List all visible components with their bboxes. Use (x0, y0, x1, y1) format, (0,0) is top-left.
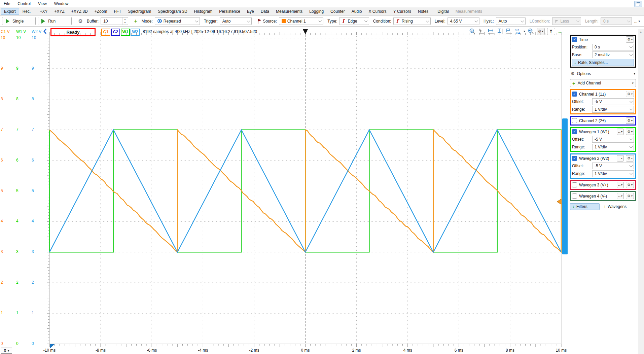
scroll-up-icon[interactable]: ▲ (639, 30, 642, 34)
group-channel-1-1-offset-combo[interactable]: -5 V (592, 98, 634, 105)
group-channel-1-1-settings-button[interactable]: ⚙▾ (626, 91, 634, 97)
spinner-arrows-icon[interactable]: ▲▼ (122, 17, 128, 25)
zoom-fit-icon[interactable]: 1 (469, 28, 476, 35)
tab-data[interactable]: Data (257, 8, 273, 15)
group-wavegen-4-v-mode-button[interactable]: --▾ (617, 193, 624, 199)
channel-badge-c1[interactable]: C1 (101, 29, 110, 36)
run-button[interactable]: Run (38, 17, 71, 25)
group-wavegen-1-w1-mode-button[interactable]: --▾ (617, 129, 624, 135)
tab-xy[interactable]: +XY (36, 8, 51, 15)
group-channel-2-2-checkbox[interactable] (572, 118, 577, 123)
w2-offset-scrollbar[interactable] (562, 118, 568, 254)
group-wavegen-4-v-checkbox[interactable] (572, 193, 577, 199)
group-wavegen-2-w2-offset-combo[interactable]: -5 V (592, 163, 634, 169)
tab-eye[interactable]: Eye (244, 8, 257, 15)
window-restore-icon[interactable] (634, 1, 642, 7)
group-channel-1-1-checkbox[interactable]: ✓ (572, 92, 577, 97)
plot-settings-button[interactable]: ⚙▾ (537, 28, 545, 35)
group-wavegen-3-v-checkbox[interactable] (572, 182, 577, 187)
menu-item-window[interactable]: Window (50, 0, 72, 7)
quad-view-icon[interactable]: 1 23 4 (514, 28, 521, 35)
group-wavegen-1-w1-offset-combo[interactable]: -5 V (592, 136, 634, 143)
group-wavegen-2-w2-settings-button[interactable]: ⚙▾ (626, 155, 634, 162)
tab-notes[interactable]: Notes (415, 8, 432, 15)
time-group-settings-button[interactable]: ⚙▾ (626, 36, 634, 43)
single-button[interactable]: Single (2, 17, 36, 25)
group-wavegen-2-w2-range-combo[interactable]: 1 V/div (592, 170, 634, 177)
buffer-spinner[interactable]: 10 ▲▼ (101, 17, 128, 25)
tab-export[interactable]: Export (1, 8, 19, 15)
time-group-checkbox[interactable]: ✓ (572, 37, 577, 42)
select-cursor-icon[interactable] (478, 28, 485, 35)
buffer-gear-icon[interactable]: ⚙ (78, 18, 83, 24)
group-wavegen-3-v-header: Wavegen 3 (V+)--▾⚙▾ (572, 182, 634, 188)
time-group-header: ✓Time⚙▾ (572, 36, 634, 43)
tab-xyz[interactable]: +XYZ (51, 8, 68, 15)
add-icon[interactable]: + (134, 18, 138, 25)
group-wavegen-3-v-settings-button[interactable]: ⚙▾ (626, 182, 634, 188)
add-channel-button[interactable]: +Add Channel▾ (570, 79, 636, 87)
group-channel-1-1-range-combo[interactable]: 1 V/div (592, 106, 634, 113)
source-combo[interactable]: Channel 1 (279, 17, 323, 25)
condition-combo[interactable]: Rising (393, 17, 431, 25)
tab-y-cursors[interactable]: Y Cursors (390, 8, 415, 15)
tab-measurements[interactable]: Measurements (273, 8, 306, 15)
chevron-down-icon: ▾ (632, 81, 634, 85)
hysteresis-combo[interactable]: Auto (496, 17, 526, 25)
filters-button[interactable]: ↓Filters (570, 203, 600, 210)
tab-digital[interactable]: Digital (434, 8, 452, 15)
tab-rec[interactable]: Rec. (19, 8, 34, 15)
group-wavegen-2-w2-checkbox[interactable]: ✓ (572, 156, 577, 161)
tab-measurements-2[interactable]: Measurements (452, 8, 486, 15)
tab-audio[interactable]: Audio (348, 8, 365, 15)
measure-ruler-icon[interactable] (505, 28, 512, 35)
x-axis-selector-button[interactable]: X ▾ (1, 348, 12, 354)
menu-item-view[interactable]: View (34, 0, 50, 7)
group-wavegen-3-v-mode-button[interactable]: --▾ (617, 182, 624, 188)
time-group-position-combo[interactable]: 0 s (592, 44, 634, 50)
group-channel-2-2-settings-button[interactable]: ⚙▾ (626, 117, 634, 124)
collapse-left-icon[interactable] (43, 28, 47, 34)
group-wavegen-1-w1-checkbox[interactable]: ✓ (572, 129, 577, 134)
group-wavegen-1-w1-settings-button[interactable]: ⚙▾ (626, 129, 634, 135)
tab-histogram[interactable]: Histogram (191, 8, 216, 15)
tab-zoom[interactable]: +Zoom (91, 8, 111, 15)
tab-persistence[interactable]: Persistence (216, 8, 244, 15)
tab-xyz-3d[interactable]: +XYZ 3D (68, 8, 91, 15)
tab-fft[interactable]: FFT (110, 8, 124, 15)
channel-badge-c2[interactable]: C2 (111, 29, 120, 36)
time-group-row-position: Position:0 s (572, 43, 634, 50)
options-row[interactable]: ⚙Options▾ (571, 70, 635, 77)
panel-scrollbar[interactable]: ▲ (638, 29, 644, 354)
group-wavegen-4-v-settings-button[interactable]: ⚙▾ (626, 193, 634, 199)
pan-right-icon[interactable]: → (558, 29, 563, 34)
tab-spectrogram-3d[interactable]: Spectrogram 3D (154, 8, 190, 15)
group-wavegen-2-w2-mode-button[interactable]: --▾ (617, 155, 624, 162)
wavegens-button[interactable]: ↑Wavegens (604, 204, 627, 209)
zoom-options-icon[interactable] (528, 28, 534, 35)
view-dropdown-icon[interactable]: ▾ (524, 30, 525, 33)
toolbar-overflow-button[interactable]: ... ▾ (634, 19, 642, 24)
menu-item-control[interactable]: Control (14, 0, 34, 7)
plot-svg[interactable] (0, 0, 644, 354)
x-tick-label: 6 ms (448, 348, 470, 353)
tab-logging[interactable]: Logging (306, 8, 327, 15)
tab-spectrogram[interactable]: Spectrogram (124, 8, 154, 15)
options-label: Options (577, 71, 591, 76)
channel-badge-w1[interactable]: W1 (121, 29, 130, 36)
y-axis-button[interactable]: Y (547, 28, 555, 35)
svg-text:1: 1 (471, 29, 473, 32)
mode-combo[interactable]: Repeated (155, 17, 200, 25)
menu-item-file[interactable]: File (0, 0, 14, 7)
trigger-combo[interactable]: Auto (220, 17, 252, 25)
tab-x-cursors[interactable]: X Cursors (365, 8, 390, 15)
measure-vertical-icon[interactable] (496, 28, 503, 35)
type-combo[interactable]: Edge (339, 17, 369, 25)
time-group-rate-button[interactable]: ↓Rate, Samples... (572, 59, 634, 66)
measure-horizontal-icon[interactable] (487, 28, 494, 35)
group-wavegen-1-w1-range-combo[interactable]: 1 V/div (592, 144, 634, 150)
level-combo[interactable]: 4.65 V (448, 17, 479, 25)
time-group-base-combo[interactable]: 2 ms/div (592, 51, 634, 58)
tab-counter[interactable]: Counter (327, 8, 348, 15)
channel-badge-w2[interactable]: W2 (131, 29, 140, 36)
